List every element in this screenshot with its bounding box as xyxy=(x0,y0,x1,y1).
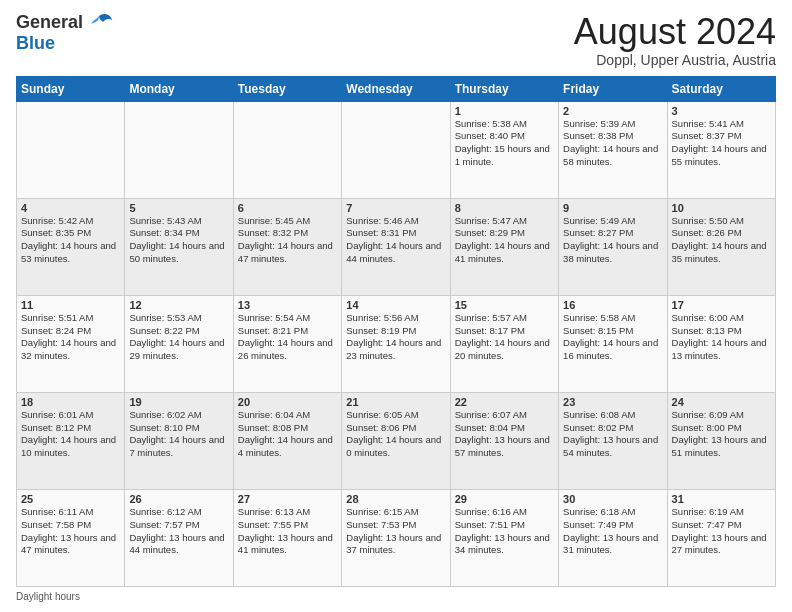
day-info: Sunrise: 6:15 AMSunset: 7:53 PMDaylight:… xyxy=(346,506,445,557)
day-number: 6 xyxy=(238,202,337,214)
title-block: August 2024 Doppl, Upper Austria, Austri… xyxy=(574,12,776,68)
table-row xyxy=(233,101,341,198)
day-number: 24 xyxy=(672,396,771,408)
day-info: Sunrise: 5:46 AMSunset: 8:31 PMDaylight:… xyxy=(346,215,445,266)
day-number: 28 xyxy=(346,493,445,505)
table-row xyxy=(17,101,125,198)
day-info: Sunrise: 6:18 AMSunset: 7:49 PMDaylight:… xyxy=(563,506,662,557)
day-info: Sunrise: 5:41 AMSunset: 8:37 PMDaylight:… xyxy=(672,118,771,169)
table-row: 14Sunrise: 5:56 AMSunset: 8:19 PMDayligh… xyxy=(342,295,450,392)
calendar-week-row: 1Sunrise: 5:38 AMSunset: 8:40 PMDaylight… xyxy=(17,101,776,198)
day-number: 8 xyxy=(455,202,554,214)
day-number: 16 xyxy=(563,299,662,311)
day-number: 7 xyxy=(346,202,445,214)
day-number: 23 xyxy=(563,396,662,408)
day-number: 21 xyxy=(346,396,445,408)
day-info: Sunrise: 5:50 AMSunset: 8:26 PMDaylight:… xyxy=(672,215,771,266)
table-row: 23Sunrise: 6:08 AMSunset: 8:02 PMDayligh… xyxy=(559,392,667,489)
table-row: 15Sunrise: 5:57 AMSunset: 8:17 PMDayligh… xyxy=(450,295,558,392)
day-info: Sunrise: 6:16 AMSunset: 7:51 PMDaylight:… xyxy=(455,506,554,557)
day-number: 26 xyxy=(129,493,228,505)
day-number: 20 xyxy=(238,396,337,408)
day-info: Sunrise: 5:57 AMSunset: 8:17 PMDaylight:… xyxy=(455,312,554,363)
table-row xyxy=(125,101,233,198)
table-row: 21Sunrise: 6:05 AMSunset: 8:06 PMDayligh… xyxy=(342,392,450,489)
month-title: August 2024 xyxy=(574,12,776,52)
calendar-week-row: 18Sunrise: 6:01 AMSunset: 8:12 PMDayligh… xyxy=(17,392,776,489)
day-info: Sunrise: 5:38 AMSunset: 8:40 PMDaylight:… xyxy=(455,118,554,169)
table-row: 13Sunrise: 5:54 AMSunset: 8:21 PMDayligh… xyxy=(233,295,341,392)
day-info: Sunrise: 5:43 AMSunset: 8:34 PMDaylight:… xyxy=(129,215,228,266)
table-row: 22Sunrise: 6:07 AMSunset: 8:04 PMDayligh… xyxy=(450,392,558,489)
day-info: Sunrise: 6:13 AMSunset: 7:55 PMDaylight:… xyxy=(238,506,337,557)
day-info: Sunrise: 6:12 AMSunset: 7:57 PMDaylight:… xyxy=(129,506,228,557)
table-row: 2Sunrise: 5:39 AMSunset: 8:38 PMDaylight… xyxy=(559,101,667,198)
table-row: 18Sunrise: 6:01 AMSunset: 8:12 PMDayligh… xyxy=(17,392,125,489)
day-number: 9 xyxy=(563,202,662,214)
table-row: 28Sunrise: 6:15 AMSunset: 7:53 PMDayligh… xyxy=(342,489,450,586)
table-row: 29Sunrise: 6:16 AMSunset: 7:51 PMDayligh… xyxy=(450,489,558,586)
footer-note: Daylight hours xyxy=(16,591,776,602)
table-row: 26Sunrise: 6:12 AMSunset: 7:57 PMDayligh… xyxy=(125,489,233,586)
day-number: 29 xyxy=(455,493,554,505)
day-number: 1 xyxy=(455,105,554,117)
day-info: Sunrise: 5:53 AMSunset: 8:22 PMDaylight:… xyxy=(129,312,228,363)
col-saturday: Saturday xyxy=(667,76,775,101)
table-row: 10Sunrise: 5:50 AMSunset: 8:26 PMDayligh… xyxy=(667,198,775,295)
table-row: 6Sunrise: 5:45 AMSunset: 8:32 PMDaylight… xyxy=(233,198,341,295)
day-info: Sunrise: 6:01 AMSunset: 8:12 PMDaylight:… xyxy=(21,409,120,460)
table-row: 7Sunrise: 5:46 AMSunset: 8:31 PMDaylight… xyxy=(342,198,450,295)
day-number: 3 xyxy=(672,105,771,117)
day-info: Sunrise: 5:42 AMSunset: 8:35 PMDaylight:… xyxy=(21,215,120,266)
day-info: Sunrise: 5:54 AMSunset: 8:21 PMDaylight:… xyxy=(238,312,337,363)
table-row: 20Sunrise: 6:04 AMSunset: 8:08 PMDayligh… xyxy=(233,392,341,489)
day-number: 13 xyxy=(238,299,337,311)
day-number: 30 xyxy=(563,493,662,505)
table-row: 8Sunrise: 5:47 AMSunset: 8:29 PMDaylight… xyxy=(450,198,558,295)
day-number: 15 xyxy=(455,299,554,311)
calendar-table: Sunday Monday Tuesday Wednesday Thursday… xyxy=(16,76,776,587)
day-info: Sunrise: 5:47 AMSunset: 8:29 PMDaylight:… xyxy=(455,215,554,266)
table-row: 9Sunrise: 5:49 AMSunset: 8:27 PMDaylight… xyxy=(559,198,667,295)
header: General Blue August 2024 Doppl, Upper Au… xyxy=(16,12,776,68)
day-number: 5 xyxy=(129,202,228,214)
day-info: Sunrise: 6:11 AMSunset: 7:58 PMDaylight:… xyxy=(21,506,120,557)
day-info: Sunrise: 5:45 AMSunset: 8:32 PMDaylight:… xyxy=(238,215,337,266)
logo-bird-icon xyxy=(85,12,113,34)
day-number: 4 xyxy=(21,202,120,214)
table-row xyxy=(342,101,450,198)
day-number: 27 xyxy=(238,493,337,505)
table-row: 16Sunrise: 5:58 AMSunset: 8:15 PMDayligh… xyxy=(559,295,667,392)
col-friday: Friday xyxy=(559,76,667,101)
col-thursday: Thursday xyxy=(450,76,558,101)
day-number: 18 xyxy=(21,396,120,408)
col-sunday: Sunday xyxy=(17,76,125,101)
day-number: 10 xyxy=(672,202,771,214)
day-number: 11 xyxy=(21,299,120,311)
calendar-week-row: 25Sunrise: 6:11 AMSunset: 7:58 PMDayligh… xyxy=(17,489,776,586)
day-info: Sunrise: 6:08 AMSunset: 8:02 PMDaylight:… xyxy=(563,409,662,460)
logo-text-general: General xyxy=(16,13,83,33)
calendar-header-row: Sunday Monday Tuesday Wednesday Thursday… xyxy=(17,76,776,101)
table-row: 4Sunrise: 5:42 AMSunset: 8:35 PMDaylight… xyxy=(17,198,125,295)
table-row: 27Sunrise: 6:13 AMSunset: 7:55 PMDayligh… xyxy=(233,489,341,586)
col-wednesday: Wednesday xyxy=(342,76,450,101)
day-info: Sunrise: 5:49 AMSunset: 8:27 PMDaylight:… xyxy=(563,215,662,266)
logo-text-blue: Blue xyxy=(16,34,113,54)
day-number: 12 xyxy=(129,299,228,311)
table-row: 1Sunrise: 5:38 AMSunset: 8:40 PMDaylight… xyxy=(450,101,558,198)
table-row: 5Sunrise: 5:43 AMSunset: 8:34 PMDaylight… xyxy=(125,198,233,295)
table-row: 24Sunrise: 6:09 AMSunset: 8:00 PMDayligh… xyxy=(667,392,775,489)
day-info: Sunrise: 5:56 AMSunset: 8:19 PMDaylight:… xyxy=(346,312,445,363)
location: Doppl, Upper Austria, Austria xyxy=(574,52,776,68)
table-row: 3Sunrise: 5:41 AMSunset: 8:37 PMDaylight… xyxy=(667,101,775,198)
table-row: 19Sunrise: 6:02 AMSunset: 8:10 PMDayligh… xyxy=(125,392,233,489)
table-row: 25Sunrise: 6:11 AMSunset: 7:58 PMDayligh… xyxy=(17,489,125,586)
day-info: Sunrise: 5:51 AMSunset: 8:24 PMDaylight:… xyxy=(21,312,120,363)
day-number: 14 xyxy=(346,299,445,311)
day-info: Sunrise: 6:00 AMSunset: 8:13 PMDaylight:… xyxy=(672,312,771,363)
table-row: 17Sunrise: 6:00 AMSunset: 8:13 PMDayligh… xyxy=(667,295,775,392)
day-info: Sunrise: 5:58 AMSunset: 8:15 PMDaylight:… xyxy=(563,312,662,363)
day-info: Sunrise: 6:09 AMSunset: 8:00 PMDaylight:… xyxy=(672,409,771,460)
col-tuesday: Tuesday xyxy=(233,76,341,101)
